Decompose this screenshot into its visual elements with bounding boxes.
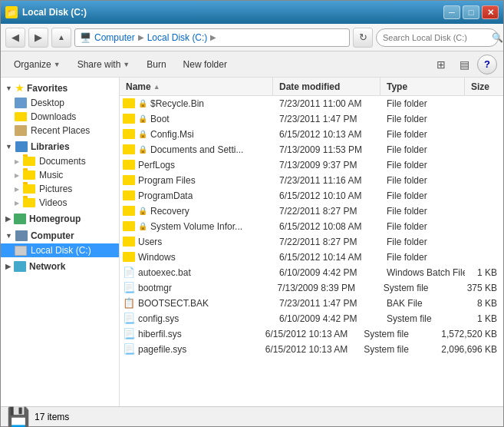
burn-label: Burn xyxy=(147,59,166,70)
localdisk-icon xyxy=(15,246,27,256)
file-cell-type: System file xyxy=(380,313,465,324)
doc-expand: ▶ xyxy=(15,158,19,165)
file-cell-name: 🔒 Recovery xyxy=(120,206,273,217)
organize-arrow: ▼ xyxy=(54,61,61,68)
file-cell-size: 1 KB xyxy=(465,267,503,278)
file-cell-modified: 7/13/2009 11:53 PM xyxy=(273,144,380,155)
sidebar: ▼ ★ Favorites Desktop Downloads Recent P… xyxy=(1,78,120,406)
breadcrumb-localdisk[interactable]: Local Disk (C:) xyxy=(147,32,208,43)
view-details-button[interactable]: ⊞ xyxy=(431,55,451,74)
file-name: ProgramData xyxy=(138,190,193,201)
view-toggle-button[interactable]: ▤ xyxy=(454,55,474,74)
file-cell-type: System file xyxy=(357,329,435,339)
new-folder-button[interactable]: New folder xyxy=(176,55,234,74)
breadcrumb-sep2: ▶ xyxy=(210,33,216,41)
status-left: 💾 17 items xyxy=(7,406,497,428)
sidebar-item-localdisk[interactable]: Local Disk (C:) xyxy=(1,243,119,257)
file-cell-modified: 6/15/2012 10:14 AM xyxy=(273,252,380,263)
breadcrumb[interactable]: 🖥️ Computer ▶ Local Disk (C:) ▶ xyxy=(74,28,350,47)
table-row[interactable]: 📃 pagefile.sys 6/15/2012 10:13 AM System… xyxy=(120,342,503,357)
sidebar-item-recent[interactable]: Recent Places xyxy=(1,124,119,137)
organize-button[interactable]: Organize ▼ xyxy=(7,55,68,74)
folder-icon xyxy=(123,237,135,247)
libraries-header[interactable]: ▼ Libraries xyxy=(1,139,119,154)
videos-label: Videos xyxy=(39,197,67,208)
maximize-button[interactable]: □ xyxy=(463,5,479,19)
col-name-header[interactable]: Name ▲ xyxy=(120,78,273,95)
file-cell-size: 375 KB xyxy=(461,283,503,293)
breadcrumb-computer[interactable]: Computer xyxy=(94,32,135,43)
search-icon: 🔍 xyxy=(492,32,503,43)
localdisk-label: Local Disk (C:) xyxy=(31,245,91,256)
sidebar-item-music[interactable]: ▶ Music xyxy=(1,168,119,182)
col-modified-label: Date modified xyxy=(279,81,340,92)
file-cell-size: 1 KB xyxy=(465,313,503,324)
table-row[interactable]: Windows 6/15/2012 10:14 AM File folder xyxy=(120,250,503,265)
music-icon xyxy=(23,170,35,180)
back-button[interactable]: ◀ xyxy=(5,28,25,48)
file-cell-type: File folder xyxy=(380,175,465,186)
file-cell-name: ProgramData xyxy=(120,190,273,201)
col-modified-header[interactable]: Date modified xyxy=(273,78,380,95)
table-row[interactable]: 🔒 $Recycle.Bin 7/23/2011 11:00 AM File f… xyxy=(120,96,503,111)
hdd-icon: 💾 xyxy=(7,406,30,428)
folder-icon xyxy=(123,221,135,231)
close-button[interactable]: ✕ xyxy=(482,5,499,19)
file-name: Config.Msi xyxy=(150,129,194,140)
table-row[interactable]: PerfLogs 7/13/2009 9:37 PM File folder xyxy=(120,157,503,173)
sidebar-item-desktop[interactable]: Desktop xyxy=(1,96,119,110)
col-type-header[interactable]: Type xyxy=(380,78,465,95)
table-row[interactable]: 📃 hiberfil.sys 6/15/2012 10:13 AM System… xyxy=(120,326,503,342)
file-cell-size: 8 KB xyxy=(465,298,503,309)
table-row[interactable]: 📃 config.sys 6/10/2009 4:42 PM System fi… xyxy=(120,311,503,326)
file-cell-name: Users xyxy=(120,237,273,247)
address-bar: ◀ ▶ ▲ 🖥️ Computer ▶ Local Disk (C:) ▶ ↻ … xyxy=(1,24,503,51)
network-label: Network xyxy=(29,261,65,272)
status-count: 17 items xyxy=(35,412,69,422)
search-input[interactable] xyxy=(383,33,489,42)
refresh-button[interactable]: ↻ xyxy=(353,28,373,48)
lock-icon: 🔒 xyxy=(138,222,147,230)
recent-label: Recent Places xyxy=(31,125,90,136)
col-size-header[interactable]: Size xyxy=(465,78,503,95)
file-name: Program Files xyxy=(138,175,196,186)
table-row[interactable]: 🔒 Documents and Setti... 7/13/2009 11:53… xyxy=(120,142,503,157)
table-row[interactable]: 📄 autoexec.bat 6/10/2009 4:42 PM Windows… xyxy=(120,265,503,280)
minimize-button[interactable]: ─ xyxy=(443,5,460,19)
file-name: config.sys xyxy=(138,313,179,324)
file-name: BOOTSECT.BAK xyxy=(138,298,209,309)
table-row[interactable]: 📃 bootmgr 7/13/2009 8:39 PM System file … xyxy=(120,280,503,296)
up-button[interactable]: ▲ xyxy=(51,28,71,48)
sidebar-item-videos[interactable]: ▶ Videos xyxy=(1,196,119,210)
share-label: Share with xyxy=(77,59,121,70)
computer-header[interactable]: ▼ Computer xyxy=(1,228,119,243)
homegroup-triangle: ▶ xyxy=(5,215,11,223)
file-cell-modified: 6/10/2009 4:42 PM xyxy=(273,313,380,324)
table-row[interactable]: 🔒 Boot 7/23/2011 1:47 PM File folder xyxy=(120,111,503,127)
file-name: PerfLogs xyxy=(138,160,175,170)
forward-button[interactable]: ▶ xyxy=(28,28,48,48)
sidebar-item-downloads[interactable]: Downloads xyxy=(1,110,119,124)
table-row[interactable]: 📋 BOOTSECT.BAK 7/23/2011 1:47 PM BAK Fil… xyxy=(120,296,503,311)
help-button[interactable]: ? xyxy=(477,55,497,74)
file-cell-name: 🔒 Boot xyxy=(120,114,273,124)
share-with-button[interactable]: Share with ▼ xyxy=(71,55,137,74)
sidebar-item-pictures[interactable]: ▶ Pictures xyxy=(1,182,119,196)
burn-button[interactable]: Burn xyxy=(140,55,173,74)
table-row[interactable]: Users 7/22/2011 8:27 PM File folder xyxy=(120,234,503,250)
file-cell-type: File folder xyxy=(380,98,465,109)
folder-icon xyxy=(123,160,135,170)
table-row[interactable]: 🔒 System Volume Infor... 6/15/2012 10:08… xyxy=(120,219,503,234)
homegroup-header[interactable]: ▶ Homegroup xyxy=(1,211,119,227)
table-row[interactable]: 🔒 Config.Msi 6/15/2012 10:13 AM File fol… xyxy=(120,127,503,142)
sidebar-item-documents[interactable]: ▶ Documents xyxy=(1,154,119,168)
table-row[interactable]: ProgramData 6/15/2012 10:10 AM File fold… xyxy=(120,188,503,204)
file-cell-name: 📃 pagefile.sys xyxy=(120,343,259,355)
favorites-header[interactable]: ▼ ★ Favorites xyxy=(1,81,119,96)
table-row[interactable]: Program Files 7/23/2011 11:16 AM File fo… xyxy=(120,173,503,188)
table-row[interactable]: 🔒 Recovery 7/22/2011 8:27 PM File folder xyxy=(120,204,503,219)
file-name: Recovery xyxy=(150,206,189,217)
network-header[interactable]: ▶ Network xyxy=(1,259,119,274)
breadcrumb-sep1: ▶ xyxy=(138,33,144,41)
network-triangle: ▶ xyxy=(5,263,11,270)
